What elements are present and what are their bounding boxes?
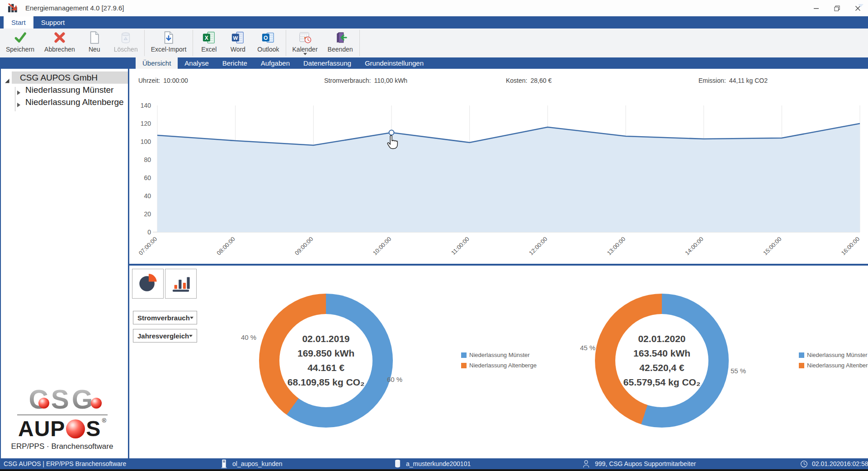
tab-aufgaben[interactable]: Aufgaben bbox=[254, 57, 297, 69]
stat-emission: Emission:44,11 kg CO2 bbox=[698, 77, 768, 84]
ribbon-button-excel[interactable]: XExcel bbox=[194, 29, 223, 57]
ribbon-toolbar: SpeichernAbbrechenNeuLöschenExcel-Import… bbox=[0, 29, 868, 57]
app-logo-icon bbox=[7, 2, 19, 14]
new-document-icon bbox=[88, 30, 101, 45]
pie-chart-icon bbox=[137, 272, 158, 295]
cross-icon bbox=[53, 30, 66, 45]
excel-icon: X bbox=[202, 30, 216, 45]
view-tab-bar: ÜbersichtAnalyseBerichteAufgabenDatenerf… bbox=[0, 57, 868, 69]
logo-divider bbox=[17, 414, 108, 415]
restore-button[interactable] bbox=[826, 0, 847, 16]
menu-tab-start[interactable]: Start bbox=[4, 16, 33, 29]
logo-aupos-text: AUP S ® bbox=[0, 418, 124, 440]
title-bar: Energiemanagement 4.0 [27.9.6] bbox=[0, 0, 868, 16]
tree-item-niederlassung-m-nster[interactable]: Niederlassung Münster bbox=[0, 84, 128, 96]
donut-center-line: 169.850 kWh bbox=[297, 346, 354, 361]
tree-collapsed-icon[interactable] bbox=[17, 100, 21, 110]
tab-overflow-icon[interactable] bbox=[858, 4, 863, 10]
check-icon bbox=[14, 30, 27, 45]
svg-text:20: 20 bbox=[144, 210, 151, 218]
legend-swatch bbox=[461, 352, 467, 358]
slice-percent-label: 55 % bbox=[731, 367, 746, 375]
ribbon-button-word[interactable]: WWord bbox=[223, 29, 252, 57]
svg-text:O: O bbox=[264, 35, 268, 41]
tree-item-niederlassung-altenberge[interactable]: Niederlassung Altenberge bbox=[0, 96, 128, 108]
ribbon-button-neu[interactable]: Neu bbox=[80, 29, 109, 57]
svg-text:80: 80 bbox=[144, 156, 151, 163]
ribbon-button-outlook[interactable]: OOutlook bbox=[252, 29, 284, 57]
application-window: Energiemanagement 4.0 [27.9.6] Start Sup… bbox=[0, 0, 868, 471]
logo-csg-text: CSG bbox=[28, 385, 95, 414]
trash-icon bbox=[119, 30, 132, 45]
legend-item: Niederlassung Münster bbox=[799, 352, 868, 358]
stat-kosten: Kosten:28,60 € bbox=[506, 77, 552, 84]
ribbon-button-speichern[interactable]: Speichern bbox=[1, 29, 39, 57]
bar-chart-icon bbox=[170, 272, 191, 295]
donut-center-line: 65.579,54 kg CO₂ bbox=[623, 375, 700, 390]
donut-center-line: 02.01.2020 bbox=[638, 332, 685, 346]
donut-center-line: 44.161 € bbox=[307, 361, 344, 375]
word-icon: W bbox=[231, 30, 245, 45]
chevron-down-icon bbox=[189, 335, 193, 339]
svg-text:12:00:00: 12:00:00 bbox=[528, 236, 548, 257]
ribbon-button-kalender[interactable]: Kalender bbox=[288, 29, 323, 57]
status-app-name: CSG AUPOS | ERP/PPS Branchensoftware bbox=[4, 458, 126, 469]
status-bar: CSG AUPOS | ERP/PPS Branchensoftware ol_… bbox=[0, 458, 868, 469]
excel-import-icon bbox=[162, 30, 175, 45]
menu-tab-support[interactable]: Support bbox=[33, 16, 73, 29]
logo-sphere-icon bbox=[66, 419, 85, 438]
tab-berichte[interactable]: Berichte bbox=[216, 57, 254, 69]
server-icon bbox=[221, 458, 227, 469]
donut-chart-2019: 02.01.2019169.850 kWh44.161 €68.109,85 k… bbox=[259, 294, 393, 428]
ribbon-button-label: Kalender bbox=[292, 46, 318, 53]
svg-text:120: 120 bbox=[141, 120, 151, 127]
svg-text:11:00:00: 11:00:00 bbox=[450, 236, 471, 257]
user-icon bbox=[582, 458, 590, 469]
tab-datenerfassung[interactable]: Datenerfassung bbox=[297, 57, 358, 69]
legend-label: Niederlassung Münster bbox=[469, 352, 530, 358]
donut-legend: Niederlassung MünsterNiederlassung Alten… bbox=[461, 352, 537, 369]
legend-item: Niederlassung Münster bbox=[461, 352, 537, 358]
ribbon-button-label: Neu bbox=[89, 46, 100, 53]
tree-item-label: CSG AUPOS GmbH bbox=[20, 73, 98, 83]
pie-chart-view-button[interactable] bbox=[132, 269, 164, 299]
tree-connector bbox=[15, 87, 15, 111]
ribbon-button-abbrechen[interactable]: Abbrechen bbox=[39, 29, 80, 57]
chevron-down-icon bbox=[190, 317, 193, 321]
mouse-cursor-hand-icon bbox=[386, 135, 398, 152]
slice-percent-label: 40 % bbox=[241, 333, 256, 341]
legend-swatch bbox=[461, 363, 467, 368]
consumption-area-chart: 02040608010012014007:00:0008:00:0009:00:… bbox=[129, 91, 868, 264]
svg-text:09:00:00: 09:00:00 bbox=[293, 236, 314, 257]
ribbon-button-excel-import[interactable]: Excel-Import bbox=[146, 29, 192, 57]
comparison-panel: Stromverbrauch Jahresvergleich 02.01.201… bbox=[129, 266, 868, 458]
tab-grundeinstellungen[interactable]: Grundeinstellungen bbox=[358, 57, 430, 69]
svg-text:40: 40 bbox=[144, 192, 151, 200]
status-time: 16:02:58 bbox=[844, 458, 868, 469]
metric-dropdown[interactable]: Stromverbrauch bbox=[133, 311, 197, 324]
legend-label: Niederlassung Altenberge bbox=[469, 362, 537, 369]
close-button[interactable] bbox=[847, 0, 868, 16]
legend-label: Niederlassung Münster bbox=[807, 352, 868, 358]
status-user: 999, CSG Aupos Supportmitarbeiter bbox=[595, 458, 696, 469]
csg-aupos-logo: CSG AUP S ® ERP/PPS · Branchensoftware bbox=[0, 385, 124, 451]
comparison-dropdown[interactable]: Jahresvergleich bbox=[133, 329, 197, 343]
tab-analyse[interactable]: Analyse bbox=[178, 57, 215, 69]
bar-chart-view-button[interactable] bbox=[165, 269, 197, 299]
legend-item: Niederlassung Altenberge bbox=[461, 362, 537, 369]
donut-center-line: 42.520,4 € bbox=[639, 361, 684, 375]
minimize-button[interactable] bbox=[806, 0, 826, 16]
clock-icon bbox=[800, 458, 808, 469]
tree-item-label: Niederlassung Altenberge bbox=[25, 97, 124, 107]
svg-text:16:00:00: 16:00:00 bbox=[840, 236, 861, 257]
tree-item-root[interactable]: CSG AUPOS GmbH bbox=[12, 71, 128, 84]
svg-text:08:00:00: 08:00:00 bbox=[215, 236, 236, 257]
ribbon-button-beenden[interactable]: Beenden bbox=[323, 29, 358, 57]
exit-icon bbox=[334, 30, 347, 45]
status-client: a_musterkunde200101 bbox=[406, 458, 471, 469]
donut-center-line: 02.01.2019 bbox=[302, 332, 349, 346]
menu-bar: Start Support bbox=[0, 16, 868, 29]
svg-text:0: 0 bbox=[147, 228, 151, 236]
legend-swatch bbox=[799, 352, 804, 358]
tab-bersicht[interactable]: Übersicht bbox=[136, 57, 178, 69]
